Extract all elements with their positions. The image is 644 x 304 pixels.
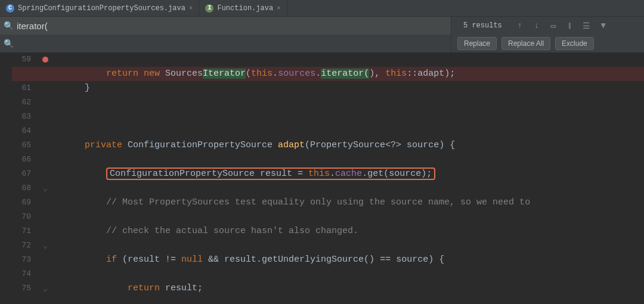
search-results-panel: 5 results ↑ ↓ ▭ ⫿ ☰ ▼ Replace Replace Al… <box>451 17 644 52</box>
tab-file-2[interactable]: I Function.java × <box>199 0 287 16</box>
tab-label: SpringConfigurationPropertySources.java <box>18 4 185 13</box>
breakpoint-icon[interactable] <box>42 57 48 63</box>
code-content[interactable]: return new SourcesIterator(this.sources.… <box>51 52 644 304</box>
code-editor[interactable]: 59 60 61 62 63 64 65 66 67 68 69 70 71 7… <box>0 52 644 304</box>
tab-label: Function.java <box>217 4 273 13</box>
interface-icon: I <box>205 4 213 13</box>
editor-tabs: C SpringConfigurationPropertySources.jav… <box>0 0 644 17</box>
replace-icon: 🔍 <box>4 39 13 49</box>
prev-match-icon[interactable]: ↑ <box>515 21 525 30</box>
select-all-icon[interactable]: ▭ <box>549 21 558 31</box>
add-selection-icon[interactable]: ⫿ <box>565 21 575 30</box>
results-count: 5 results <box>457 21 508 30</box>
highlighted-line-box: ConfigurationPropertySource result = thi… <box>106 167 435 180</box>
exclude-button[interactable]: Exclude <box>555 37 594 50</box>
replace-button[interactable]: Replace <box>457 37 497 50</box>
settings-icon[interactable]: ☰ <box>582 21 592 31</box>
close-icon[interactable]: × <box>277 5 281 12</box>
class-icon: C <box>6 4 14 13</box>
next-match-icon[interactable]: ↓ <box>532 21 541 30</box>
line-numbers: 59 60 61 62 63 64 65 66 67 68 69 70 71 7… <box>0 52 39 304</box>
gutter-glyphs: ⌄ ⌄ ⌄ ⌄ <box>39 52 51 304</box>
tab-file-1[interactable]: C SpringConfigurationPropertySources.jav… <box>0 0 199 16</box>
search-icon: 🔍 <box>4 21 13 31</box>
filter-icon[interactable]: ▼ <box>599 21 608 30</box>
replace-all-button[interactable]: Replace All <box>501 37 550 50</box>
close-icon[interactable]: × <box>189 5 193 12</box>
